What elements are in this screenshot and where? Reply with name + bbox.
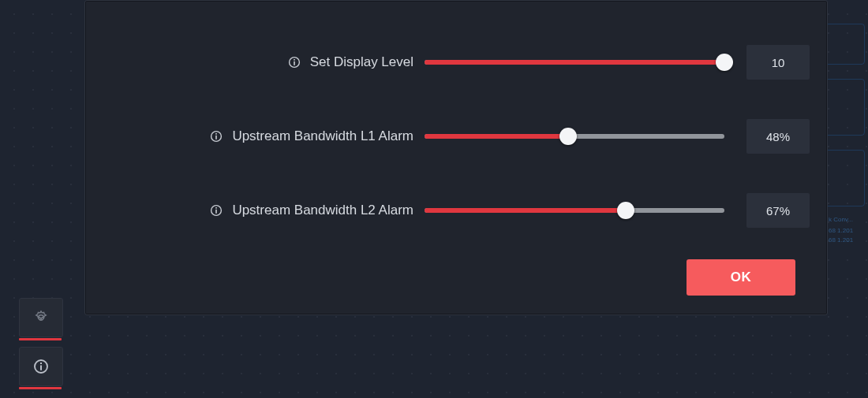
bg-label: 68 1.201 xyxy=(829,227,863,234)
settings-button[interactable] xyxy=(19,298,63,337)
slider-thumb[interactable] xyxy=(716,54,733,71)
slider-label: Upstream Bandwidth L2 Alarm xyxy=(232,203,413,218)
active-underline xyxy=(19,387,62,389)
l1-alarm-slider[interactable] xyxy=(425,134,724,139)
row-display-level: Set Display Level 10 xyxy=(85,46,827,78)
info-icon[interactable] xyxy=(288,56,301,69)
svg-rect-11 xyxy=(40,363,42,364)
display-level-value: 10 xyxy=(746,45,810,80)
slider-fill xyxy=(425,134,568,139)
bg-label: k Conv... xyxy=(829,216,863,223)
row-l1-alarm: Upstream Bandwidth L1 Alarm 48% xyxy=(85,121,827,152)
label-block: Upstream Bandwidth L1 Alarm xyxy=(85,128,425,144)
svg-rect-1 xyxy=(294,61,295,65)
info-icon[interactable] xyxy=(210,130,223,143)
slider-label: Upstream Bandwidth L1 Alarm xyxy=(232,128,413,144)
l2-alarm-value: 67% xyxy=(746,193,810,228)
settings-dialog: Set Display Level 10 Upstream Bandwidth … xyxy=(84,0,828,315)
bg-label: 68 1.201 xyxy=(829,236,863,244)
row-l2-alarm: Upstream Bandwidth L2 Alarm 67% xyxy=(85,195,827,226)
l2-alarm-slider[interactable] xyxy=(425,208,724,213)
info-button[interactable] xyxy=(19,347,63,386)
l1-alarm-value: 48% xyxy=(746,119,810,154)
display-level-slider[interactable] xyxy=(425,60,724,65)
svg-rect-5 xyxy=(216,133,218,135)
svg-rect-10 xyxy=(40,366,42,370)
ok-button[interactable]: OK xyxy=(687,259,795,296)
svg-rect-2 xyxy=(294,59,295,61)
slider-thumb[interactable] xyxy=(617,202,634,219)
label-block: Set Display Level xyxy=(85,54,425,70)
svg-rect-7 xyxy=(216,210,218,214)
slider-fill xyxy=(425,208,626,213)
slider-fill xyxy=(425,60,724,65)
svg-rect-8 xyxy=(216,207,218,209)
active-underline xyxy=(19,338,62,340)
slider-thumb[interactable] xyxy=(559,128,577,145)
label-block: Upstream Bandwidth L2 Alarm xyxy=(85,203,425,218)
slider-label: Set Display Level xyxy=(310,54,413,70)
svg-rect-4 xyxy=(216,136,218,139)
info-icon[interactable] xyxy=(210,204,223,217)
